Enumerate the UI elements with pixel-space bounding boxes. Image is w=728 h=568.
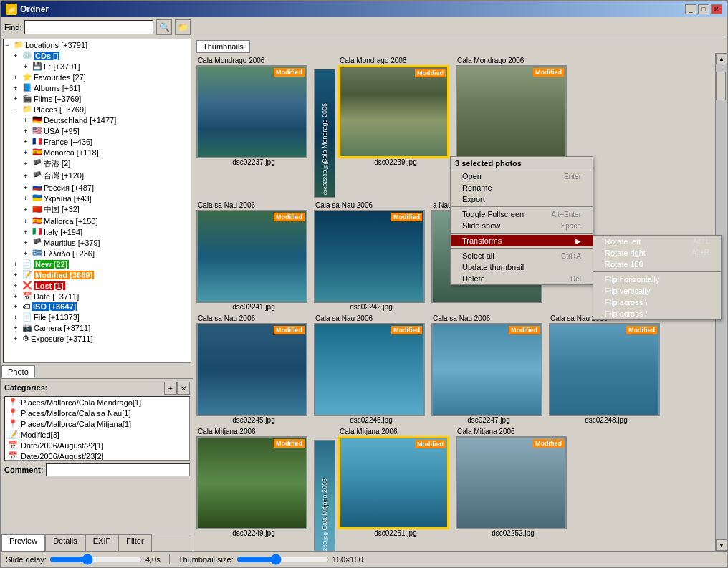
thumb-item-dsc02247[interactable]: Cala sa Nau 2006 Modified dsc02247.jpg xyxy=(431,314,546,424)
scroll-down-button[interactable]: ▼ xyxy=(716,539,727,551)
tree-item-usa[interactable]: + 🇺🇸 USA [+95] xyxy=(4,125,191,136)
tree-item-camera[interactable]: + 📷 Camera [+3711] xyxy=(4,322,191,333)
tab-preview[interactable]: Preview xyxy=(1,534,45,551)
context-update-thumbnail[interactable]: Update thumbnail xyxy=(451,261,593,273)
tree-item-date[interactable]: + 📅 Date [+3711] xyxy=(4,291,191,302)
thumb-image[interactable]: Modified xyxy=(431,323,542,416)
submenu-flip-back[interactable]: Flip across \ xyxy=(593,297,721,308)
category-item-4[interactable]: 📅 Date/2006/August/22[1] xyxy=(5,440,189,451)
close-button[interactable]: ✕ xyxy=(711,4,722,14)
tree-item-favourites[interactable]: + ⭐ Favourites [27] xyxy=(4,72,191,82)
tree-item-greece[interactable]: + 🇬🇷 Ελλάδα [+236] xyxy=(4,248,191,259)
thumb-image[interactable]: Modified xyxy=(549,323,660,416)
tab-exif[interactable]: EXIF xyxy=(85,534,118,551)
thumb-image[interactable]: Modified xyxy=(338,436,449,529)
tree-item-china[interactable]: + 🇨🇳 中国 [+32] xyxy=(4,203,191,216)
thumb-item-dsc02242[interactable]: Cala sa Nau 2006 Modified dsc02242.jpg xyxy=(314,201,428,311)
minimize-button[interactable]: _ xyxy=(685,4,696,14)
tree-item-places[interactable]: − 📁 Places [+3769] xyxy=(4,104,191,115)
tree-item-deutschland[interactable]: + 🇩🇪 Deutschland [+1477] xyxy=(4,115,191,125)
thumb-image[interactable]: Modified xyxy=(196,210,307,303)
thumb-item-dsc02245[interactable]: Cala sa Nau 2006 Modified dsc02245.jpg xyxy=(196,314,311,424)
thumb-image[interactable]: Modified xyxy=(314,323,425,416)
scroll-up-button[interactable]: ▲ xyxy=(716,53,727,64)
thumb-item-dsc02240[interactable]: Cala Mondrago 2006 Modified dsc02240.jpg xyxy=(456,56,570,166)
thumb-image[interactable]: Modified xyxy=(196,323,307,416)
maximize-button[interactable]: □ xyxy=(698,4,709,14)
tree-item-lost[interactable]: + ❌ Lost [1] xyxy=(4,280,191,291)
search-button[interactable]: 🔍 xyxy=(156,19,172,35)
thumb-item-dsc02241[interactable]: Cala sa Nau 2006 Modified dsc02241.jpg xyxy=(196,201,311,311)
thumb-image[interactable]: Modified xyxy=(338,65,449,158)
category-item-2[interactable]: 📍 Places/Mallorca/Cala Mitjana[1] xyxy=(5,418,189,429)
tree-item-italy[interactable]: + 🇮🇹 Italy [+194] xyxy=(4,226,191,237)
context-select-all[interactable]: Select all Ctrl+A xyxy=(451,250,593,261)
tree-item-iso[interactable]: + 🏷 ISO [+3647] xyxy=(4,302,191,312)
tree-item-russia[interactable]: + 🇷🇺 Россия [+487] xyxy=(4,182,191,193)
submenu-rotate-180[interactable]: Rotate 180 xyxy=(593,259,721,270)
thumbnail-size-slider[interactable] xyxy=(236,554,330,564)
vert-label: Cala Mitjana 2006 xyxy=(321,478,328,531)
thumb-image[interactable]: Modified xyxy=(196,65,307,158)
scroll-thumb[interactable] xyxy=(716,72,726,100)
tab-details[interactable]: Details xyxy=(45,534,85,551)
comment-input[interactable] xyxy=(46,463,190,476)
thumb-image[interactable]: Modified xyxy=(314,210,425,303)
tree-item-mauritius[interactable]: + 🏴 Mauritius [+379] xyxy=(4,237,191,248)
thumb-image[interactable]: Modified xyxy=(196,436,307,529)
tree-item-modified[interactable]: + 📝 Modified [3689] xyxy=(4,269,191,280)
context-open[interactable]: Open Enter xyxy=(451,170,593,182)
find-input[interactable] xyxy=(24,20,153,34)
thumb-image[interactable]: Modified xyxy=(456,436,567,529)
tree-item-france[interactable]: + 🇫🇷 France [+436] xyxy=(4,136,191,147)
remove-category-button[interactable]: ✕ xyxy=(177,382,190,395)
submenu-flip-h[interactable]: Flip horizontally xyxy=(593,274,721,285)
category-item-3[interactable]: 📝 Modified[3] xyxy=(5,429,189,440)
thumb-item-dsc02252[interactable]: Cala Mitjana 2006 Modified dsc02252.jpg xyxy=(456,427,570,537)
tree-item-exposure[interactable]: + ⚙ Exposure [+3711] xyxy=(4,333,191,344)
tree-item-locations[interactable]: − 📁 Locations [+3791] xyxy=(4,39,191,50)
thumb-item-dsc02237[interactable]: Cala Mondrago 2006 Modified dsc02237.jpg xyxy=(196,56,311,166)
photo-tab[interactable]: Photo xyxy=(1,365,35,378)
tree-item-taiwan[interactable]: + 🏴 台灣 [+120] xyxy=(4,170,191,182)
tree-item-menorca[interactable]: + 🇪🇸 Menorca [+118] xyxy=(4,147,191,158)
submenu-flip-v[interactable]: Flip vertically xyxy=(593,285,721,297)
context-transforms[interactable]: Transforms ▶ Rotate left Alt+L Rotate ri… xyxy=(451,235,593,246)
category-item-0[interactable]: 📍 Places/Mallorca/Cala Mondrago[1] xyxy=(5,397,189,408)
context-export[interactable]: Export xyxy=(451,193,593,205)
tree-item-films[interactable]: + 🎬 Films [+3769] xyxy=(4,93,191,104)
context-delete[interactable]: Delete Del xyxy=(451,273,593,284)
thumb-image[interactable]: Modified xyxy=(456,65,567,158)
tree-item-new[interactable]: + 📄 New [22] xyxy=(4,259,191,269)
thumb-item-dsc02248[interactable]: Cala sa Nau 2006 Modified dsc02248.jpg xyxy=(549,314,664,424)
thumb-item-dsc02250-vert[interactable]: Cala Mitjana 2006 dsc02250.jpg xyxy=(314,440,335,551)
tree-item-edrive[interactable]: + 💾 E: [+3791] xyxy=(4,61,191,72)
film-icon: 🎬 xyxy=(22,94,32,103)
tree-item-cds[interactable]: + 💿 CDs [] xyxy=(4,50,191,61)
thumb-item-dsc02249[interactable]: Cala Mitjana 2006 Modified dsc02249.jpg xyxy=(196,427,311,537)
tree-item-hongkong[interactable]: + 🏴 香港 [2] xyxy=(4,158,191,170)
submenu-rotate-left[interactable]: Rotate left Alt+L xyxy=(593,236,721,247)
tree-item-file[interactable]: + 📄 File [+11373] xyxy=(4,312,191,322)
tab-filter[interactable]: Filter xyxy=(118,534,151,551)
submenu-rotate-right[interactable]: Rotate right Alt+R xyxy=(593,247,721,259)
categories-list: 📍 Places/Mallorca/Cala Mondrago[1] 📍 Pla… xyxy=(4,396,190,461)
submenu-flip-forward[interactable]: Flip across / xyxy=(593,308,721,319)
thumb-item-dsc02251[interactable]: Cala Mitjana 2006 Modified dsc02251.jpg xyxy=(338,427,453,537)
context-rename[interactable]: Rename xyxy=(451,182,593,193)
tree-item-albums[interactable]: + 📘 Albums [+61] xyxy=(4,82,191,93)
expand-icon: + xyxy=(14,335,21,342)
thumb-item-dsc02239[interactable]: Cala Mondrago 2006 Modified dsc02239.jpg xyxy=(338,56,453,166)
folder-button[interactable]: 📁 xyxy=(175,19,191,35)
thumb-item-dsc02246[interactable]: Cala sa Nau 2006 Modified dsc02246.jpg xyxy=(314,314,428,424)
context-slideshow[interactable]: Slide show Space xyxy=(451,220,593,231)
thumbnails-tab[interactable]: Thumbnails xyxy=(196,40,250,53)
category-item-1[interactable]: 📍 Places/Mallorca/Cala sa Nau[1] xyxy=(5,408,189,418)
context-toggle-fullscreen[interactable]: Toggle Fullscreen Alt+Enter xyxy=(451,208,593,220)
thumb-item-dsc02238-vert[interactable]: Cala Mondrago 2006 dsc02238.jpg xyxy=(314,69,335,198)
add-category-button[interactable]: + xyxy=(164,382,177,395)
category-item-5[interactable]: 📅 Date/2006/August/23[2] xyxy=(5,451,189,461)
tree-item-mallorca[interactable]: + 🇪🇸 Mallorca [+150] xyxy=(4,216,191,226)
slide-delay-slider[interactable] xyxy=(49,554,143,564)
tree-item-ukraine[interactable]: + 🇺🇦 Україна [+43] xyxy=(4,193,191,203)
